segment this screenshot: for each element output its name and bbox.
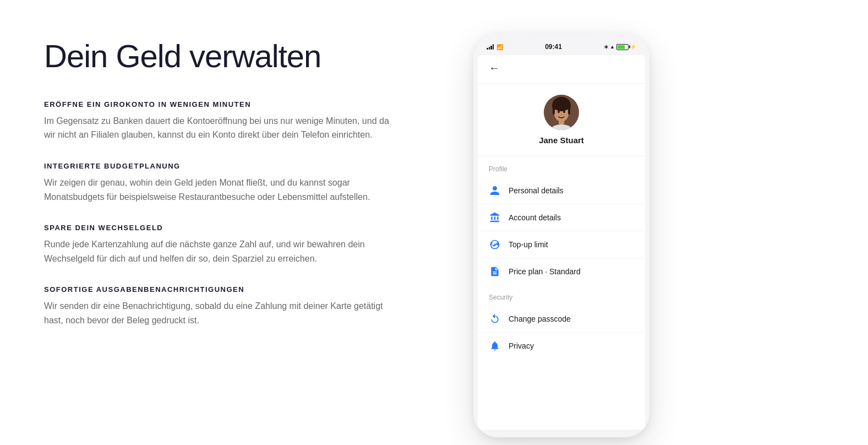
signal-icon-right: ▲ (610, 44, 615, 50)
privacy-label: Privacy (509, 341, 534, 350)
page-layout: Dein Geld verwalten ERÖFFNE EIN GIROKONT… (44, 33, 824, 437)
profile-section-label: Profile (478, 165, 645, 177)
battery-icon (616, 44, 629, 50)
svg-point-3 (553, 97, 570, 111)
avatar (544, 95, 579, 130)
document-icon (489, 265, 501, 278)
feature-title-budget: INTEGRIERTE BUDGETPLANUNG (44, 162, 429, 170)
svg-point-6 (558, 111, 560, 113)
menu-item-priceplan[interactable]: Price plan · Standard (478, 258, 645, 285)
feature-title-wechselgeld: SPARE DEIN WECHSELGELD (44, 224, 429, 232)
security-section: Security Change passcode (478, 285, 645, 359)
user-name: Jane Stuart (539, 135, 584, 145)
svg-rect-9 (559, 120, 564, 124)
svg-point-8 (561, 114, 563, 115)
menu-item-privacy[interactable]: Privacy (478, 333, 645, 359)
svg-rect-5 (568, 105, 570, 115)
left-content: Dein Geld verwalten ERÖFFNE EIN GIROKONT… (44, 33, 429, 348)
priceplan-label: Price plan · Standard (509, 267, 581, 276)
phone-mockup: 📶 09:41 ✶ ▲ ⚡ ← (473, 33, 649, 437)
svg-point-7 (563, 111, 565, 113)
wifi-icon: 📶 (496, 44, 503, 50)
feature-desc-budget: Wir zeigen dir genau, wohin dein Geld je… (44, 176, 396, 204)
security-section-label: Security (478, 294, 645, 306)
user-profile-section: Jane Stuart (478, 84, 645, 156)
feature-desc-girokonto: Im Gegensatz zu Banken dauert die Kontoe… (44, 114, 396, 142)
signal-icon (487, 44, 494, 50)
speed-icon (489, 238, 501, 251)
time-display: 09:41 (545, 43, 562, 51)
phone-container: 📶 09:41 ✶ ▲ ⚡ ← (462, 33, 660, 437)
person-icon (489, 184, 501, 197)
feature-wechselgeld: SPARE DEIN WECHSELGELD Runde jede Karten… (44, 224, 429, 265)
refresh-lock-icon (489, 313, 501, 325)
phone-screen: ← (478, 55, 645, 430)
status-bar: 📶 09:41 ✶ ▲ ⚡ (473, 41, 649, 55)
change-passcode-label: Change passcode (509, 314, 571, 323)
personal-details-label: Personal details (509, 186, 564, 195)
feature-budget: INTEGRIERTE BUDGETPLANUNG Wir zeigen dir… (44, 162, 429, 204)
account-details-label: Account details (509, 213, 561, 222)
feature-title-benachrichtigungen: SOFORTIGE AUSGABENBENACHRICHTIGUNGEN (44, 285, 429, 294)
svg-rect-4 (553, 105, 555, 115)
screen-header: ← (478, 55, 645, 84)
menu-item-topup[interactable]: Top-up limit (478, 231, 645, 258)
feature-benachrichtigungen: SOFORTIGE AUSGABENBENACHRICHTIGUNGEN Wir… (44, 285, 429, 327)
feature-girokonto: ERÖFFNE EIN GIROKONTO IN WENIGEN MINUTEN… (44, 100, 429, 142)
main-title: Dein Geld verwalten (44, 39, 429, 74)
status-left: 📶 (487, 44, 503, 50)
back-button[interactable]: ← (489, 62, 634, 74)
feature-desc-wechselgeld: Runde jede Kartenzahlung auf die nächste… (44, 237, 396, 265)
bluetooth-icon: ✶ (604, 44, 608, 50)
topup-limit-label: Top-up limit (509, 240, 548, 249)
feature-desc-benachrichtigungen: Wir senden dir eine Benachrichtigung, so… (44, 299, 396, 327)
profile-section: Profile Personal details (478, 156, 645, 285)
bell-icon (489, 340, 501, 352)
feature-title-girokonto: ERÖFFNE EIN GIROKONTO IN WENIGEN MINUTEN (44, 100, 429, 108)
menu-item-account[interactable]: Account details (478, 204, 645, 231)
status-right: ✶ ▲ ⚡ (604, 44, 636, 50)
bank-icon (489, 211, 501, 224)
battery-fill (618, 45, 625, 49)
menu-item-passcode[interactable]: Change passcode (478, 306, 645, 333)
menu-item-personal[interactable]: Personal details (478, 177, 645, 204)
charging-icon: ⚡ (630, 44, 636, 50)
